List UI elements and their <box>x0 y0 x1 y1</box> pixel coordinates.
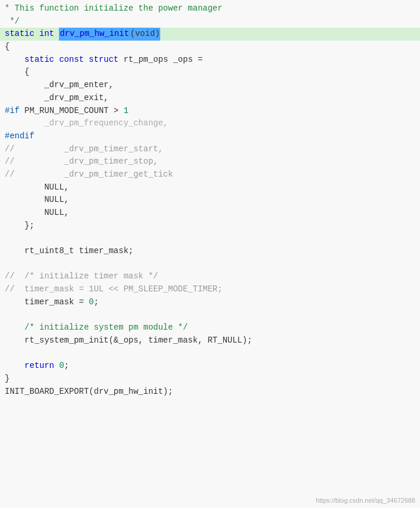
code-text: // /* initialize timer mask */ <box>5 270 158 283</box>
code-line: INIT_BOARD_EXPORT(drv_pm_hw_init); <box>0 386 420 399</box>
code-text <box>54 54 59 67</box>
code-line: } <box>0 373 420 386</box>
code-text <box>5 347 9 360</box>
code-text <box>5 232 9 245</box>
code-line: #endif <box>0 130 420 143</box>
code-line <box>0 309 420 322</box>
code-text <box>5 258 9 271</box>
code-container: * This function initialize the power man… <box>0 0 420 508</box>
code-line: // /* initialize timer mask */ <box>0 270 420 283</box>
code-line: // _drv_pm_timer_get_tick <box>0 168 420 181</box>
code-text: }; <box>5 220 34 233</box>
code-line <box>0 258 420 271</box>
code-text: rt_pm_ops _ops = <box>118 54 203 67</box>
code-text: NULL, <box>5 207 69 220</box>
code-text <box>5 309 9 322</box>
code-text: _drv_pm_frequency_change, <box>5 117 168 130</box>
code-text: rt_uint8_t timer_mask; <box>5 245 133 258</box>
code-line: NULL, <box>0 181 420 194</box>
code-text: { <box>5 66 29 79</box>
code-line: // timer_mask = 1UL << PM_SLEEP_MODE_TIM… <box>0 283 420 296</box>
code-text: > <box>114 105 124 118</box>
code-text <box>5 321 25 334</box>
code-line: _drv_pm_enter, <box>0 79 420 92</box>
code-line: static const struct rt_pm_ops _ops = <box>0 54 420 67</box>
code-line: }; <box>0 220 420 233</box>
code-line: return 0; <box>0 360 420 373</box>
code-line: { <box>0 66 420 79</box>
code-line: NULL, <box>0 207 420 220</box>
code-line: // _drv_pm_timer_start, <box>0 143 420 156</box>
code-text: return <box>25 360 54 373</box>
code-text: // timer_mask = 1UL << PM_SLEEP_MODE_TIM… <box>5 283 223 296</box>
code-text: INIT_BOARD_EXPORT(drv_pm_hw_init); <box>5 386 173 399</box>
code-text: // _drv_pm_timer_start, <box>5 143 163 156</box>
code-line: /* initialize system pm module */ <box>0 321 420 334</box>
code-text <box>84 54 88 67</box>
code-text: 0 <box>89 296 94 309</box>
code-line: _drv_pm_exit, <box>0 92 420 105</box>
code-text: _drv_pm_enter, <box>5 79 114 92</box>
code-line: */ <box>0 15 420 28</box>
code-text: int <box>39 28 59 41</box>
code-line: #if PM_RUN_MODE_COUNT > 1 <box>0 105 420 118</box>
code-text <box>5 54 25 67</box>
code-line: rt_system_pm_init(&_ops, timer_mask, RT_… <box>0 334 420 347</box>
code-line <box>0 232 420 245</box>
code-text: /* initialize system pm module */ <box>25 321 188 334</box>
code-text: * This function initialize the power man… <box>5 2 223 15</box>
code-line: NULL, <box>0 194 420 207</box>
code-line: // _drv_pm_timer_stop, <box>0 155 420 168</box>
code-text: NULL, <box>5 194 69 207</box>
code-text: // _drv_pm_timer_stop, <box>5 155 158 168</box>
code-line: rt_uint8_t timer_mask; <box>0 245 420 258</box>
code-text: PM_RUN_MODE_COUNT <box>19 105 114 118</box>
code-text <box>5 360 25 373</box>
code-line: { <box>0 41 420 54</box>
code-text: static <box>5 28 39 41</box>
code-text: static <box>25 54 54 67</box>
code-text: struct <box>89 54 118 67</box>
watermark: https://blog.csdn.net/qq_34672688 <box>316 496 415 506</box>
code-text: const <box>59 54 84 67</box>
code-line-highlighted: static int drv_pm_hw_init(void) <box>0 28 420 41</box>
code-text: { <box>5 41 9 54</box>
code-text: } <box>5 373 9 386</box>
code-text: #endif <box>5 130 34 143</box>
code-text: #if <box>5 105 19 118</box>
code-line <box>0 347 420 360</box>
code-text: 0 <box>59 360 64 373</box>
code-text: */ <box>5 15 19 28</box>
code-text: (void) <box>130 28 160 41</box>
code-text: drv_pm_hw_init <box>59 28 130 41</box>
code-text <box>54 360 59 373</box>
code-text: 1 <box>124 105 128 118</box>
code-text: _drv_pm_exit, <box>5 92 108 105</box>
code-text: rt_system_pm_init(&_ops, timer_mask, RT_… <box>5 334 252 347</box>
code-line: _drv_pm_frequency_change, <box>0 117 420 130</box>
code-line: * This function initialize the power man… <box>0 2 420 15</box>
code-text: // _drv_pm_timer_get_tick <box>5 168 173 181</box>
code-line: timer_mask = 0; <box>0 296 420 309</box>
code-text: NULL, <box>5 181 69 194</box>
code-text: timer_mask = <box>5 296 89 309</box>
code-text: ; <box>94 296 98 309</box>
code-text: ; <box>64 360 69 373</box>
